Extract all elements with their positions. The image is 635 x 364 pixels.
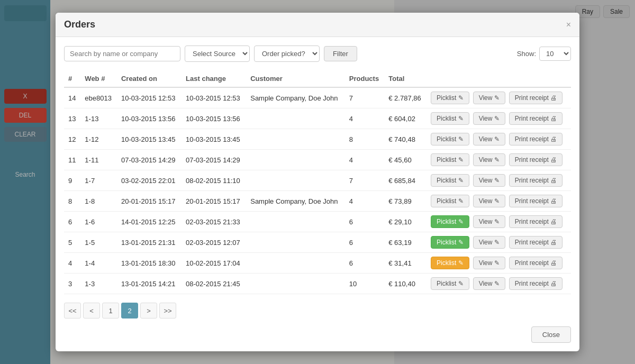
cell-products: 4 (345, 150, 384, 170)
picklist-button[interactable]: Picklist ✎ (431, 153, 469, 166)
cell-total: € 45,60 (384, 150, 427, 170)
col-actions (427, 70, 571, 87)
cell-customer (246, 274, 345, 294)
cell-web: 1-5 (80, 232, 117, 253)
cell-last-change: 10-02-2015 17:04 (182, 253, 246, 274)
pagination-first[interactable]: << (64, 303, 81, 319)
picklist-button[interactable]: Picklist ✎ (431, 92, 469, 104)
picklist-button[interactable]: Picklist ✎ (431, 112, 469, 125)
cell-products: 8 (345, 129, 384, 150)
cell-id: 9 (64, 170, 80, 191)
filter-button[interactable]: Filter (324, 46, 357, 61)
cell-total: € 63,19 (384, 232, 427, 253)
cell-actions: Picklist ✎ View ✎ Print receipt 🖨 (427, 108, 571, 129)
cell-customer (246, 108, 345, 129)
print-button[interactable]: Print receipt 🖨 (509, 174, 563, 187)
view-button[interactable]: View ✎ (473, 92, 505, 104)
cell-total: € 604,02 (384, 108, 427, 129)
filter-row: Select Source Order picked? Filter Show:… (64, 46, 571, 62)
orders-modal: Orders × Select Source Order picked? Fil… (56, 13, 579, 351)
picklist-button[interactable]: Picklist ✎ (431, 257, 469, 269)
print-button[interactable]: Print receipt 🖨 (509, 92, 563, 104)
cell-created: 13-01-2015 14:21 (117, 274, 182, 294)
picklist-button[interactable]: Picklist ✎ (431, 195, 469, 207)
cell-products: 6 (345, 232, 384, 253)
col-customer: Customer (246, 70, 345, 87)
close-button[interactable]: Close (531, 326, 571, 343)
cell-customer (246, 129, 345, 150)
order-picked-select[interactable]: Order picked? (254, 46, 320, 62)
view-button[interactable]: View ✎ (473, 133, 505, 145)
print-button[interactable]: Print receipt 🖨 (509, 133, 563, 145)
pagination-prev[interactable]: < (83, 303, 100, 319)
cell-web: 1-6 (80, 212, 117, 232)
col-created: Created on (117, 70, 182, 87)
picklist-button[interactable]: Picklist ✎ (431, 215, 469, 228)
view-button[interactable]: View ✎ (473, 153, 505, 166)
cell-last-change: 20-01-2015 15:17 (182, 191, 246, 212)
cell-created: 13-01-2015 21:31 (117, 232, 182, 253)
view-button[interactable]: View ✎ (473, 215, 505, 228)
table-row: 3 1-3 13-01-2015 14:21 08-02-2015 21:45 … (64, 274, 571, 294)
pagination-next[interactable]: > (140, 303, 157, 319)
cell-products: 7 (345, 87, 384, 108)
cell-customer: Sample Company, Doe John (246, 87, 345, 108)
modal-close-button[interactable]: × (566, 21, 571, 29)
cell-created: 10-03-2015 12:53 (117, 87, 182, 108)
view-button[interactable]: View ✎ (473, 195, 505, 207)
view-button[interactable]: View ✎ (473, 257, 505, 269)
cell-web: 1-8 (80, 191, 117, 212)
print-button[interactable]: Print receipt 🖨 (509, 257, 563, 269)
table-row: 6 1-6 14-01-2015 12:25 02-03-2015 21:33 … (64, 212, 571, 232)
print-button[interactable]: Print receipt 🖨 (509, 236, 563, 249)
col-id: # (64, 70, 80, 87)
cell-total: € 73,89 (384, 191, 427, 212)
cell-total: € 2.787,86 (384, 87, 427, 108)
cell-products: 4 (345, 108, 384, 129)
search-input[interactable] (64, 46, 180, 61)
print-button[interactable]: Print receipt 🖨 (509, 277, 563, 290)
cell-id: 11 (64, 150, 80, 170)
picklist-button[interactable]: Picklist ✎ (431, 174, 469, 187)
table-row: 14 ebe8013 10-03-2015 12:53 10-03-2015 1… (64, 87, 571, 108)
show-count-select[interactable]: 10 25 50 100 (539, 47, 571, 61)
cell-last-change: 08-02-2015 11:10 (182, 170, 246, 191)
view-button[interactable]: View ✎ (473, 112, 505, 125)
picklist-button[interactable]: Picklist ✎ (431, 236, 469, 249)
cell-created: 13-01-2015 18:30 (117, 253, 182, 274)
print-button[interactable]: Print receipt 🖨 (509, 195, 563, 207)
print-button[interactable]: Print receipt 🖨 (509, 153, 563, 166)
pagination-page-1[interactable]: 1 (102, 303, 119, 319)
cell-last-change: 07-03-2015 14:29 (182, 150, 246, 170)
pagination-last[interactable]: >> (159, 303, 176, 319)
cell-products: 10 (345, 274, 384, 294)
table-header-row: # Web # Created on Last change Customer … (64, 70, 571, 87)
print-button[interactable]: Print receipt 🖨 (509, 215, 563, 228)
cell-total: € 31,41 (384, 253, 427, 274)
cell-products: 6 (345, 212, 384, 232)
cell-total: € 29,10 (384, 212, 427, 232)
picklist-button[interactable]: Picklist ✎ (431, 133, 469, 145)
cell-created: 07-03-2015 14:29 (117, 150, 182, 170)
cell-web: 1-3 (80, 274, 117, 294)
cell-products: 6 (345, 253, 384, 274)
view-button[interactable]: View ✎ (473, 174, 505, 187)
view-button[interactable]: View ✎ (473, 277, 505, 290)
source-select[interactable]: Select Source (185, 46, 250, 62)
cell-customer: Sample Company, Doe John (246, 191, 345, 212)
table-row: 11 1-11 07-03-2015 14:29 07-03-2015 14:2… (64, 150, 571, 170)
modal-body: Select Source Order picked? Filter Show:… (56, 37, 579, 321)
cell-created: 10-03-2015 13:56 (117, 108, 182, 129)
print-button[interactable]: Print receipt 🖨 (509, 112, 563, 125)
cell-web: 1-4 (80, 253, 117, 274)
modal-title: Orders (64, 19, 95, 30)
cell-actions: Picklist ✎ View ✎ Print receipt 🖨 (427, 253, 571, 273)
cell-products: 7 (345, 170, 384, 191)
cell-total: € 740,48 (384, 129, 427, 150)
picklist-button[interactable]: Picklist ✎ (431, 277, 469, 290)
table-row: 8 1-8 20-01-2015 15:17 20-01-2015 15:17 … (64, 191, 571, 212)
pagination-page-2[interactable]: 2 (121, 303, 138, 319)
view-button[interactable]: View ✎ (473, 236, 505, 249)
cell-web: ebe8013 (80, 87, 117, 108)
col-last-change: Last change (182, 70, 246, 87)
